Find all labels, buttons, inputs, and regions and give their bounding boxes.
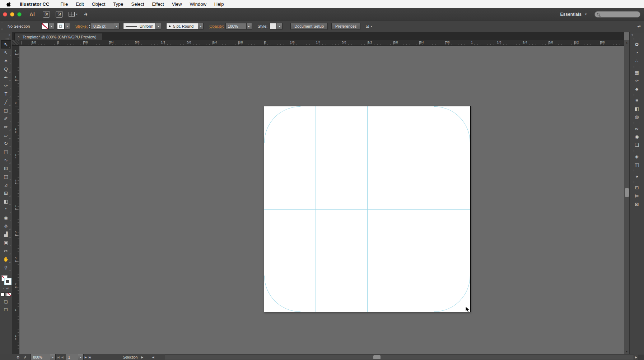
- panel-gripper[interactable]: [3, 38, 9, 40]
- line-segment-tool[interactable]: ╱: [1, 98, 11, 106]
- lasso-tool[interactable]: Q: [1, 65, 11, 73]
- panel-gripper[interactable]: [634, 170, 640, 171]
- scroll-down-icon[interactable]: ▼: [626, 349, 628, 354]
- menu-object[interactable]: Object: [88, 1, 109, 7]
- menu-effect[interactable]: Effect: [148, 1, 168, 7]
- last-artboard-button[interactable]: ▶|: [89, 356, 91, 359]
- chevron-right-icon[interactable]: ▸: [246, 23, 252, 29]
- screen-mode-button[interactable]: ❐: [4, 308, 8, 312]
- chevron-down-icon[interactable]: ▾: [198, 23, 204, 29]
- stroke-weight-control[interactable]: 0.25 pt ▾: [91, 23, 120, 29]
- shape-builder-tool[interactable]: ◫: [1, 172, 11, 181]
- transparency-panel[interactable]: ◍: [632, 113, 641, 121]
- zoom-level-control[interactable]: 800% ▾: [26, 354, 56, 360]
- canvas[interactable]: [19, 46, 624, 354]
- apple-logo[interactable]: [6, 2, 11, 6]
- menu-window[interactable]: Window: [186, 1, 210, 7]
- vertical-scroll-thumb[interactable]: [625, 188, 629, 197]
- gradient-mode-button[interactable]: [4, 293, 8, 296]
- rectangle-tool[interactable]: ▢: [1, 106, 11, 115]
- menu-edit[interactable]: Edit: [72, 1, 88, 7]
- status-menu-icon[interactable]: ▶: [141, 356, 143, 359]
- vertical-ruler[interactable]: 1 41 801 81 43 81 25 83 47 811 8: [12, 46, 19, 354]
- style-swatch[interactable]: [270, 23, 277, 29]
- gpu-performance-icon[interactable]: ✈: [83, 11, 89, 17]
- search-box[interactable]: [594, 11, 640, 18]
- hand-tool[interactable]: ✋: [1, 255, 11, 263]
- first-artboard-button[interactable]: |◀: [57, 356, 59, 359]
- color-panel[interactable]: ✿: [632, 40, 641, 49]
- previous-artboard-button[interactable]: ◀: [61, 356, 63, 359]
- symbol-sprayer-tool[interactable]: ❉: [1, 222, 11, 230]
- slice-tool[interactable]: ✂: [1, 247, 11, 255]
- style-control[interactable]: ▾: [270, 23, 283, 29]
- curvature-tool[interactable]: ✑: [1, 82, 11, 90]
- color-themes-panel[interactable]: ∴: [632, 57, 641, 65]
- pathfinder-panel[interactable]: ⊠: [632, 200, 641, 208]
- close-tab-icon[interactable]: ×: [18, 35, 20, 39]
- eraser-tool[interactable]: ▱: [1, 131, 11, 139]
- gradient-tool[interactable]: ◧: [1, 197, 11, 206]
- horizontal-ruler[interactable]: 1/817/83/45/81/23/81/41/801/81/43/81/25/…: [19, 40, 624, 46]
- panel-gripper[interactable]: [1, 23, 3, 30]
- color-guide-panel[interactable]: ◔: [632, 49, 641, 57]
- asset-export-panel[interactable]: ◕: [632, 172, 641, 180]
- status-display[interactable]: Selection: [123, 355, 137, 359]
- rotate-tool[interactable]: ↻: [1, 139, 11, 148]
- align-panel[interactable]: ⊨: [632, 192, 641, 200]
- document-setup-button[interactable]: Document Setup: [290, 23, 328, 30]
- opacity-panel-link[interactable]: Opacity:: [209, 24, 224, 28]
- swap-fill-stroke-icon[interactable]: ⇄: [6, 287, 9, 290]
- graphic-styles-panel[interactable]: ❏: [632, 141, 641, 149]
- artboard[interactable]: [264, 106, 471, 312]
- zoom-level-value[interactable]: 800%: [31, 354, 50, 360]
- layers-panel[interactable]: ◈: [632, 152, 641, 161]
- horizontal-scroll-thumb[interactable]: [373, 355, 381, 359]
- control-panel-menu-icon[interactable]: ▾≡: [637, 24, 640, 28]
- expand-panels-icon[interactable]: «: [631, 33, 633, 37]
- blend-tool[interactable]: ◉: [1, 214, 11, 222]
- selection-tool[interactable]: ↖: [1, 40, 11, 49]
- collapse-tools-icon[interactable]: »: [9, 33, 10, 37]
- document-tab[interactable]: × Template* @ 800% (CMYK/GPU Preview): [14, 33, 102, 40]
- isolate-selection-icon[interactable]: ⊡: [365, 24, 369, 29]
- brush-definition-value[interactable]: 5 pt. Round: [166, 23, 198, 29]
- mesh-tool[interactable]: ⊞: [1, 189, 11, 197]
- fill-none-swatch[interactable]: [41, 23, 48, 29]
- appearance-panel[interactable]: ◉: [632, 133, 641, 141]
- width-profile-value[interactable]: Uniform: [123, 23, 155, 29]
- menu-help[interactable]: Help: [210, 1, 228, 7]
- eyedropper-tool[interactable]: ❜: [1, 206, 11, 214]
- scroll-up-icon[interactable]: ▲: [626, 40, 628, 45]
- artboard-navigation-control[interactable]: 1 ▾: [64, 354, 84, 360]
- menu-view[interactable]: View: [168, 1, 186, 7]
- stock-button[interactable]: St: [56, 11, 63, 18]
- share-icon[interactable]: ⇗: [23, 355, 26, 359]
- perspective-grid-tool[interactable]: ⊿: [1, 181, 11, 189]
- magic-wand-tool[interactable]: ✶: [1, 57, 11, 65]
- window-zoom-button[interactable]: [17, 12, 22, 17]
- panel-gripper[interactable]: [634, 66, 640, 68]
- artboard-tool[interactable]: ▣: [1, 239, 11, 247]
- fill-color-control[interactable]: ▾: [41, 23, 54, 29]
- free-transform-tool[interactable]: ⊡: [1, 164, 11, 172]
- chevron-down-icon[interactable]: ▾: [78, 354, 84, 360]
- width-tool[interactable]: ∿: [1, 156, 11, 164]
- stroke-color-swatch[interactable]: [57, 23, 64, 29]
- color-mode-button[interactable]: [1, 293, 4, 296]
- variable-width-profile-control[interactable]: Uniform ▾: [123, 23, 161, 29]
- workspace-switcher[interactable]: Essentials ▾: [560, 12, 588, 17]
- swatches-panel[interactable]: ▦: [632, 68, 641, 77]
- horizontal-scrollbar[interactable]: [165, 355, 634, 360]
- gradient-panel[interactable]: ◧: [632, 105, 641, 113]
- arrange-documents-button[interactable]: ▾: [69, 12, 79, 17]
- panel-gripper[interactable]: [634, 122, 640, 124]
- menu-type[interactable]: Type: [109, 1, 127, 7]
- default-fill-stroke-icon[interactable]: ▫: [3, 287, 4, 290]
- cc-libraries-panel[interactable]: ∞: [632, 124, 641, 133]
- direct-selection-tool[interactable]: ↖: [1, 49, 11, 57]
- panel-gripper[interactable]: [634, 181, 640, 183]
- ruler-origin-corner[interactable]: [12, 40, 19, 46]
- bridge-button[interactable]: Br: [43, 11, 50, 18]
- sync-settings-icon[interactable]: ⚙: [17, 355, 20, 359]
